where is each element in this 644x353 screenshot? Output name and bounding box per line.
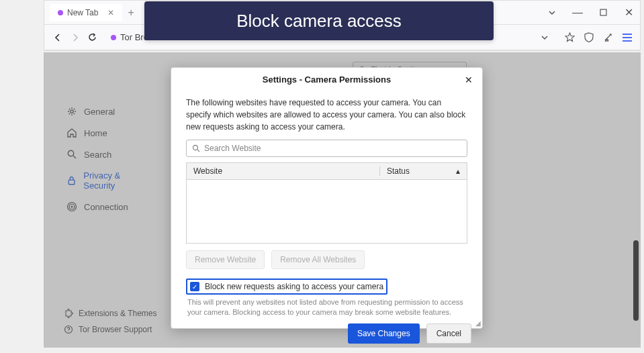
back-button[interactable] bbox=[52, 32, 63, 43]
table-header: Website Status ▴ bbox=[186, 162, 467, 180]
reload-button[interactable] bbox=[87, 32, 97, 42]
checkbox-label: Block new requests asking to access your… bbox=[205, 282, 383, 291]
search-website-input[interactable]: Search Website bbox=[186, 140, 467, 157]
window-dropdown-icon[interactable] bbox=[546, 7, 558, 19]
annotation-banner: Block camera access bbox=[144, 1, 494, 40]
website-list bbox=[186, 180, 467, 244]
block-new-requests-checkbox[interactable]: ✓ Block new requests asking to access yo… bbox=[186, 279, 387, 295]
url-dropdown-icon[interactable] bbox=[541, 34, 549, 42]
svg-line-12 bbox=[197, 150, 199, 152]
save-changes-button[interactable]: Save Changes bbox=[348, 323, 420, 344]
dialog-header: Settings - Camera Permissions ✕ bbox=[171, 68, 482, 91]
resize-handle-icon[interactable]: ◢ bbox=[475, 319, 481, 327]
column-website[interactable]: Website bbox=[187, 166, 379, 176]
close-tab-icon[interactable]: ✕ bbox=[107, 8, 114, 17]
broom-icon[interactable] bbox=[603, 32, 613, 42]
scrollbar-thumb[interactable] bbox=[633, 240, 639, 321]
onion-icon bbox=[58, 10, 63, 15]
minimize-button[interactable]: — bbox=[571, 7, 584, 19]
forward-button[interactable] bbox=[70, 32, 81, 43]
close-dialog-button[interactable]: ✕ bbox=[465, 74, 473, 85]
search-icon bbox=[192, 144, 200, 152]
checkbox-hint: This will prevent any websites not liste… bbox=[186, 297, 467, 318]
window-controls: — ✕ bbox=[546, 7, 635, 19]
camera-permissions-dialog: Settings - Camera Permissions ✕ The foll… bbox=[171, 67, 483, 329]
cancel-button[interactable]: Cancel bbox=[426, 323, 471, 344]
column-status[interactable]: Status ▴ bbox=[379, 166, 467, 176]
tab-title: New Tab bbox=[67, 8, 98, 17]
checkbox-icon: ✓ bbox=[190, 282, 199, 291]
search-placeholder: Search Website bbox=[204, 144, 261, 153]
bookmark-star-icon[interactable] bbox=[565, 32, 575, 42]
close-window-button[interactable]: ✕ bbox=[623, 7, 635, 19]
dialog-title: Settings - Camera Permissions bbox=[263, 74, 391, 85]
shield-icon[interactable] bbox=[584, 32, 594, 42]
browser-tab[interactable]: New Tab ✕ bbox=[50, 4, 122, 21]
dialog-description: The following websites have requested to… bbox=[186, 97, 467, 133]
svg-point-11 bbox=[193, 146, 198, 150]
new-tab-button[interactable]: + bbox=[128, 7, 134, 19]
remove-website-button: Remove Website bbox=[186, 250, 265, 269]
annotation-text: Block camera access bbox=[236, 11, 402, 32]
status-label: Status bbox=[387, 166, 410, 176]
sort-icon: ▴ bbox=[456, 166, 460, 176]
maximize-button[interactable] bbox=[597, 7, 609, 19]
onion-icon bbox=[111, 35, 116, 40]
remove-all-websites-button: Remove All Websites bbox=[271, 250, 365, 269]
menu-button[interactable] bbox=[623, 34, 632, 42]
svg-rect-0 bbox=[600, 9, 606, 15]
